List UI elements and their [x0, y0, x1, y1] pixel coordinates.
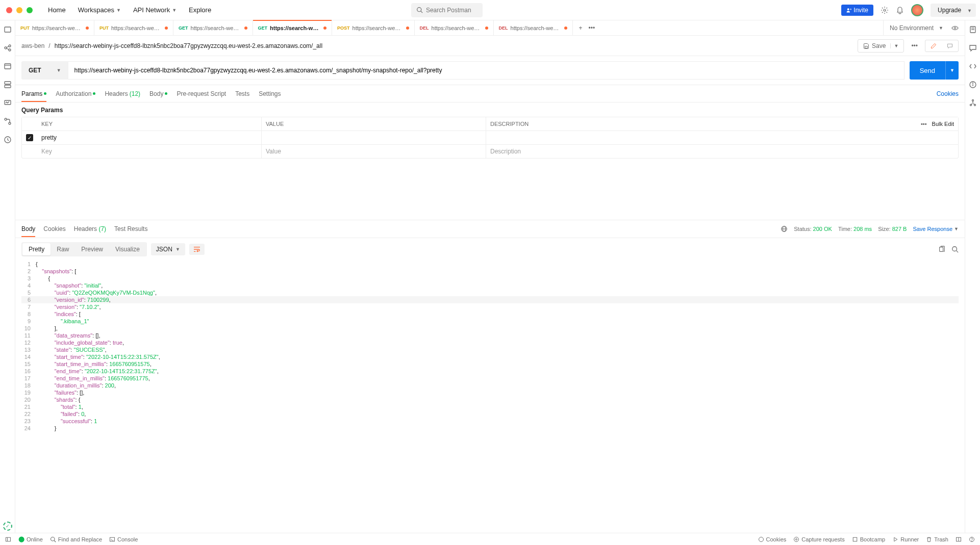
invite-icon: [846, 8, 851, 13]
svg-point-8: [9, 45, 11, 47]
search-box[interactable]: [411, 3, 483, 17]
resp-tab-body[interactable]: Body: [21, 221, 35, 237]
param-value-placeholder[interactable]: Value: [262, 145, 486, 158]
nav-api-network[interactable]: API Network▼: [128, 3, 182, 17]
environments-icon[interactable]: [4, 62, 12, 70]
footer-layout[interactable]: [956, 536, 962, 542]
sync-status[interactable]: ⬤Online: [18, 536, 43, 542]
param-desc[interactable]: [486, 131, 912, 144]
upgrade-button[interactable]: Upgrade: [931, 4, 968, 17]
request-tab[interactable]: DELhttps://search-webiny-: [494, 20, 573, 35]
close-window[interactable]: [6, 7, 12, 13]
view-mode-raw[interactable]: Raw: [51, 243, 75, 255]
request-tab[interactable]: DELhttps://search-webiny-: [415, 20, 494, 35]
tab-headers[interactable]: Headers (12): [105, 86, 140, 101]
footer-help[interactable]: [969, 536, 975, 542]
bulk-edit-link[interactable]: Bulk Edit: [932, 121, 954, 127]
tab-url: https://search-webiny-: [191, 25, 242, 31]
url-input[interactable]: [68, 61, 904, 80]
request-tab[interactable]: PUThttps://search-webiny-: [15, 20, 94, 35]
param-checkbox[interactable]: ✓: [26, 134, 33, 141]
notifications-icon[interactable]: [896, 6, 904, 14]
format-select[interactable]: JSON▼: [151, 243, 185, 255]
minimize-window[interactable]: [16, 7, 22, 13]
send-button[interactable]: Send: [910, 61, 945, 80]
request-tab[interactable]: GEThttps://search-webiny-: [253, 20, 333, 35]
nav-home[interactable]: Home: [43, 3, 71, 17]
maximize-window[interactable]: [27, 7, 33, 13]
chevron-down-icon: ▼: [175, 247, 180, 252]
method-label: GET: [29, 67, 41, 74]
tab-url: https://search-webiny-: [511, 25, 562, 31]
search-input[interactable]: [426, 7, 478, 14]
resp-tab-cookies[interactable]: Cookies: [43, 221, 65, 237]
tab-tests[interactable]: Tests: [235, 86, 249, 101]
footer-cookies[interactable]: Cookies: [758, 536, 787, 542]
code-icon[interactable]: [969, 62, 977, 70]
user-avatar[interactable]: [911, 4, 923, 16]
comments-icon[interactable]: [969, 44, 977, 52]
svg-rect-14: [5, 82, 11, 84]
tab-options[interactable]: •••: [589, 24, 595, 32]
request-tab[interactable]: POSThttps://search-webiny: [332, 20, 415, 35]
breadcrumb-sep: /: [48, 42, 50, 49]
flows-icon[interactable]: [4, 117, 12, 125]
resp-tab-test-results[interactable]: Test Results: [114, 221, 147, 237]
nav-workspaces[interactable]: Workspaces▼: [73, 3, 126, 17]
related-icon[interactable]: [969, 99, 977, 107]
footer-trash[interactable]: Trash: [926, 536, 948, 542]
invite-button[interactable]: Invite: [841, 5, 873, 16]
collections-icon[interactable]: [4, 25, 12, 34]
save-button[interactable]: Save ▼: [858, 39, 904, 53]
apis-icon[interactable]: [4, 44, 12, 52]
info-icon[interactable]: [969, 81, 977, 89]
nav-explore[interactable]: Explore: [184, 3, 216, 17]
tab-params[interactable]: Params: [21, 86, 46, 101]
param-value[interactable]: [262, 131, 486, 144]
console-toggle[interactable]: Console: [109, 536, 138, 542]
environment-selector[interactable]: No Environment ▼: [883, 20, 965, 35]
view-mode-pretty[interactable]: Pretty: [22, 243, 51, 255]
request-tab[interactable]: PUThttps://search-webiny-: [94, 20, 173, 35]
footer-runner[interactable]: Runner: [892, 536, 919, 542]
param-key[interactable]: pretty: [37, 131, 262, 144]
settings-icon[interactable]: [881, 6, 889, 14]
tab-body[interactable]: Body: [149, 86, 167, 101]
bootcamp-badge[interactable]: ✓: [3, 522, 12, 531]
new-tab-button[interactable]: +: [579, 24, 583, 32]
copy-icon[interactable]: [938, 246, 945, 253]
request-tab[interactable]: GEThttps://search-webiny-: [173, 20, 253, 35]
cookies-link[interactable]: Cookies: [937, 90, 959, 97]
monitors-icon[interactable]: [4, 99, 12, 107]
json-viewer[interactable]: 1{2 "snapshots": [3 {4 "snapshot": "init…: [15, 261, 965, 533]
search-response-icon[interactable]: [951, 246, 959, 253]
footer-bootcamp[interactable]: Bootcamp: [852, 536, 886, 542]
tab-settings[interactable]: Settings: [259, 86, 281, 101]
view-mode-visualize[interactable]: Visualize: [109, 243, 146, 255]
method-select[interactable]: GET ▼: [21, 61, 68, 80]
tab-pre-request-script[interactable]: Pre-request Script: [177, 86, 226, 101]
breadcrumb-workspace[interactable]: aws-ben: [21, 42, 44, 49]
send-dropdown[interactable]: ▼: [945, 61, 959, 80]
resp-tab-headers[interactable]: Headers (7): [74, 221, 106, 237]
wrap-lines-button[interactable]: [189, 244, 205, 255]
edit-mode-button[interactable]: [925, 40, 942, 51]
param-key-placeholder[interactable]: Key: [37, 145, 262, 158]
comment-mode-button[interactable]: [942, 40, 958, 51]
mock-servers-icon[interactable]: [4, 81, 12, 89]
main-layout: PUThttps://search-webiny-PUThttps://sear…: [0, 20, 980, 533]
param-desc-placeholder[interactable]: Description: [486, 145, 912, 158]
network-icon[interactable]: [781, 225, 788, 232]
find-replace[interactable]: Find and Replace: [50, 536, 102, 542]
upgrade-dropdown[interactable]: ▼: [963, 4, 976, 17]
environment-quick-look-icon[interactable]: [951, 24, 959, 32]
tab-authorization[interactable]: Authorization: [56, 86, 95, 101]
history-icon[interactable]: [4, 136, 12, 144]
footer-capture[interactable]: Capture requests: [793, 536, 844, 542]
more-actions[interactable]: •••: [908, 42, 921, 49]
more-icon[interactable]: •••: [921, 121, 927, 127]
save-response-button[interactable]: Save Response ▼: [913, 226, 959, 232]
view-mode-preview[interactable]: Preview: [75, 243, 109, 255]
sidebar-toggle[interactable]: [5, 536, 11, 542]
documentation-icon[interactable]: [969, 25, 977, 34]
